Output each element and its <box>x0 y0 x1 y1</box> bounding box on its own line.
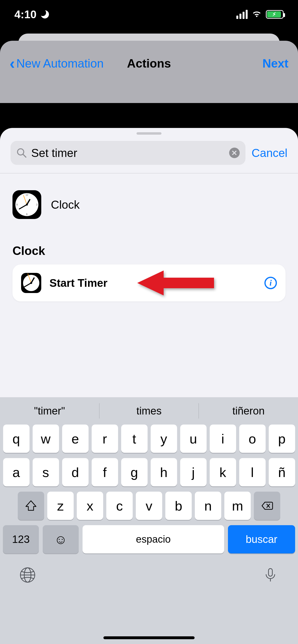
key-f[interactable]: f <box>92 458 118 486</box>
globe-button[interactable] <box>19 566 36 584</box>
key-z[interactable]: z <box>47 492 74 520</box>
key-enye[interactable]: ñ <box>269 458 295 486</box>
next-button[interactable]: Next <box>262 56 288 70</box>
search-icon <box>16 148 27 158</box>
key-u[interactable]: u <box>180 424 207 453</box>
x-icon: ✕ <box>231 149 237 157</box>
info-icon: i <box>269 278 272 288</box>
key-b[interactable]: b <box>165 492 192 520</box>
back-label: New Automation <box>16 56 104 70</box>
back-button[interactable]: ‹ New Automation <box>10 54 104 72</box>
key-o[interactable]: o <box>239 424 266 453</box>
key-space[interactable]: espacio <box>83 525 224 554</box>
key-w[interactable]: w <box>33 424 59 453</box>
key-backspace[interactable] <box>254 492 280 520</box>
emoji-icon: ☺ <box>54 532 67 547</box>
key-v[interactable]: v <box>136 492 162 520</box>
key-r[interactable]: r <box>92 424 118 453</box>
action-start-timer[interactable]: Start Timer i <box>13 264 285 302</box>
app-result-clock[interactable]: 12 6 9 3 Clock <box>13 174 285 236</box>
status-time: 4:10 <box>14 8 37 21</box>
search-sheet: ✕ Cancel 12 6 9 3 Clock Clock <box>0 128 298 644</box>
backspace-icon <box>261 499 273 512</box>
svg-line-1 <box>23 154 26 157</box>
action-title: Start Timer <box>49 276 256 290</box>
key-t[interactable]: t <box>121 424 147 453</box>
dnd-moon-icon <box>41 10 49 18</box>
prediction-3[interactable]: tiñeron <box>199 405 298 417</box>
key-d[interactable]: d <box>62 458 89 486</box>
key-s[interactable]: s <box>33 458 59 486</box>
status-bar: 4:10 ⚡︎ <box>0 0 298 29</box>
home-indicator[interactable] <box>103 636 195 639</box>
prediction-bar: "timer" times tiñeron <box>0 397 298 424</box>
shift-icon <box>25 499 37 512</box>
key-e[interactable]: e <box>62 424 89 453</box>
key-l[interactable]: l <box>239 458 266 486</box>
key-q[interactable]: q <box>3 424 30 453</box>
key-j[interactable]: j <box>180 458 207 486</box>
sheet-grabber[interactable] <box>136 132 162 135</box>
key-h[interactable]: h <box>151 458 177 486</box>
search-field[interactable]: ✕ <box>11 141 245 165</box>
mic-icon <box>262 566 279 584</box>
dictation-button[interactable] <box>262 566 279 584</box>
key-emoji[interactable]: ☺ <box>43 525 79 554</box>
keyboard: "timer" times tiñeron q w e r t y u i o … <box>0 397 298 644</box>
key-k[interactable]: k <box>210 458 236 486</box>
clear-button[interactable]: ✕ <box>229 148 240 158</box>
globe-icon <box>19 566 36 584</box>
nav-card: ‹ New Automation Actions Next <box>0 41 298 103</box>
chevron-left-icon: ‹ <box>10 54 15 72</box>
key-numbers[interactable]: 123 <box>3 525 39 554</box>
key-n[interactable]: n <box>195 492 221 520</box>
search-input[interactable] <box>31 146 225 160</box>
cancel-button[interactable]: Cancel <box>252 146 287 160</box>
clock-app-icon: 12 6 9 3 <box>13 190 41 219</box>
key-a[interactable]: a <box>3 458 30 486</box>
key-x[interactable]: x <box>77 492 103 520</box>
app-result-label: Clock <box>51 198 80 211</box>
key-c[interactable]: c <box>106 492 133 520</box>
prediction-1[interactable]: "timer" <box>0 405 99 417</box>
key-y[interactable]: y <box>151 424 177 453</box>
key-shift[interactable] <box>18 492 44 520</box>
cellular-icon <box>236 10 248 19</box>
prediction-2[interactable]: times <box>100 405 199 417</box>
battery-icon: ⚡︎ <box>266 10 284 19</box>
key-i[interactable]: i <box>210 424 236 453</box>
key-g[interactable]: g <box>121 458 147 486</box>
clock-app-icon <box>21 273 41 293</box>
wifi-icon <box>252 11 261 18</box>
key-search[interactable]: buscar <box>228 525 295 554</box>
section-header: Clock <box>13 236 285 264</box>
info-button[interactable]: i <box>264 277 277 289</box>
svg-rect-6 <box>268 568 272 576</box>
key-p[interactable]: p <box>269 424 295 453</box>
key-m[interactable]: m <box>224 492 251 520</box>
